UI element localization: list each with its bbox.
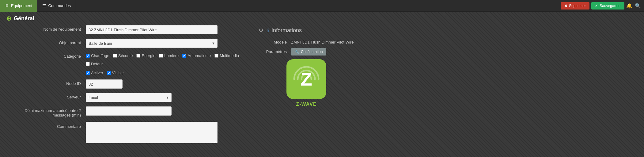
- delete-label: Supprimer: [569, 4, 586, 8]
- tab-commandes[interactable]: ☰ Commandes: [37, 0, 76, 12]
- serveur-row: Serveur Local ▼: [6, 93, 245, 102]
- objet-label: Objet parent: [6, 39, 86, 45]
- cat-energie[interactable]: Energie: [136, 53, 155, 58]
- cat-chauffage[interactable]: Chauffage: [86, 53, 109, 58]
- tab-equipement[interactable]: 🖥 Equipement: [0, 0, 37, 12]
- cat-multimedia[interactable]: Multimedia: [214, 53, 239, 58]
- nom-row: Nom de l'équipement: [6, 25, 245, 34]
- serveur-label: Serveur: [6, 93, 86, 99]
- info-icon: ℹ: [267, 28, 269, 33]
- config-wrench-icon: 🔧: [295, 50, 299, 54]
- objet-select[interactable]: Salle de Bain: [86, 39, 218, 48]
- cat-automatisme[interactable]: Automatisme: [182, 53, 211, 58]
- delai-row: Délai maximum autorisé entre 2 messages …: [6, 106, 245, 117]
- zwave-container: Z Z-WAVE: [257, 59, 355, 107]
- modele-row: Modèle ZMNHJD1 Flush Dimmer Pilot Wire: [257, 39, 355, 44]
- zwave-logo: Z: [286, 59, 326, 99]
- category-group: Chauffage Sécurité Energie Lumière Autom…: [86, 52, 245, 66]
- form-panel: Nom de l'équipement Objet parent Salle d…: [6, 25, 245, 147]
- main-content: Nom de l'équipement Objet parent Salle d…: [0, 25, 644, 154]
- tab-equipement-label: Equipement: [11, 3, 32, 8]
- activer-checkbox[interactable]: Activer: [86, 71, 103, 75]
- equipement-icon: 🖥: [5, 3, 9, 8]
- categorie-row: Catégorie Chauffage Sécurité Energie Lum…: [6, 52, 245, 75]
- right-panel: ⚙ ℹ Informations Modèle ZMNHJD1 Flush Di…: [257, 25, 355, 147]
- activer-visible-group: Activer Visible: [86, 69, 245, 75]
- delai-label: Délai maximum autorisé entre 2 messages …: [6, 106, 86, 117]
- zwave-label: Z-WAVE: [296, 101, 316, 107]
- delete-button[interactable]: ✖ Supprimer: [561, 2, 589, 10]
- parametres-label: Paramètres: [257, 48, 291, 54]
- commandes-icon: ☰: [42, 3, 46, 8]
- commentaire-row: Commentaire: [6, 122, 245, 143]
- right-panel-header: ⚙ ℹ Informations: [257, 25, 355, 35]
- nom-input[interactable]: [86, 25, 218, 34]
- cat-securite[interactable]: Sécurité: [113, 53, 133, 58]
- nodeid-row: Node ID: [6, 79, 245, 89]
- visible-checkbox[interactable]: Visible: [107, 71, 124, 75]
- config-button-label: Configuration: [301, 50, 323, 54]
- parametres-row: Paramètres 🔧 Configuration: [257, 48, 355, 56]
- nodeid-input[interactable]: [86, 79, 123, 89]
- nodeid-label: Node ID: [6, 79, 86, 86]
- config-button[interactable]: 🔧 Configuration: [291, 48, 326, 56]
- top-nav: 🖥 Equipement ☰ Commandes ✖ Supprimer ✔ S…: [0, 0, 644, 12]
- page-title: ⊕ Général: [0, 12, 644, 25]
- tab-commandes-label: Commandes: [48, 3, 71, 8]
- categorie-checkboxes: Chauffage Sécurité Energie Lumière Autom…: [86, 52, 245, 75]
- save-button[interactable]: ✔ Sauvegarder: [591, 2, 624, 10]
- nom-label: Nom de l'équipement: [6, 25, 86, 32]
- categorie-label: Catégorie: [6, 52, 86, 59]
- save-label: Sauvegarder: [600, 4, 621, 8]
- cat-lumiere[interactable]: Lumière: [159, 53, 179, 58]
- delete-icon: ✖: [564, 4, 567, 8]
- search-icon[interactable]: 🔍: [635, 3, 641, 9]
- commentaire-label: Commentaire: [6, 122, 86, 129]
- bell-icon[interactable]: 🔔: [626, 3, 632, 9]
- cat-defaut[interactable]: Defaut: [86, 62, 103, 66]
- commentaire-textarea[interactable]: [86, 122, 218, 143]
- gear-button[interactable]: ⚙: [257, 26, 265, 35]
- page-title-text: Général: [14, 15, 34, 22]
- page-title-icon: ⊕: [6, 15, 11, 22]
- zwave-z-letter: Z: [301, 70, 312, 89]
- delai-input[interactable]: [86, 106, 172, 116]
- top-right-actions: ✖ Supprimer ✔ Sauvegarder 🔔 🔍: [561, 2, 644, 10]
- save-icon: ✔: [595, 4, 598, 8]
- modele-value: ZMNHJD1 Flush Dimmer Pilot Wire: [291, 39, 354, 44]
- info-title: Informations: [271, 27, 302, 34]
- top-icons: 🔔 🔍: [626, 3, 641, 9]
- modele-label: Modèle: [257, 39, 291, 44]
- objet-row: Objet parent Salle de Bain ▼: [6, 39, 245, 48]
- serveur-select[interactable]: Local: [86, 93, 172, 102]
